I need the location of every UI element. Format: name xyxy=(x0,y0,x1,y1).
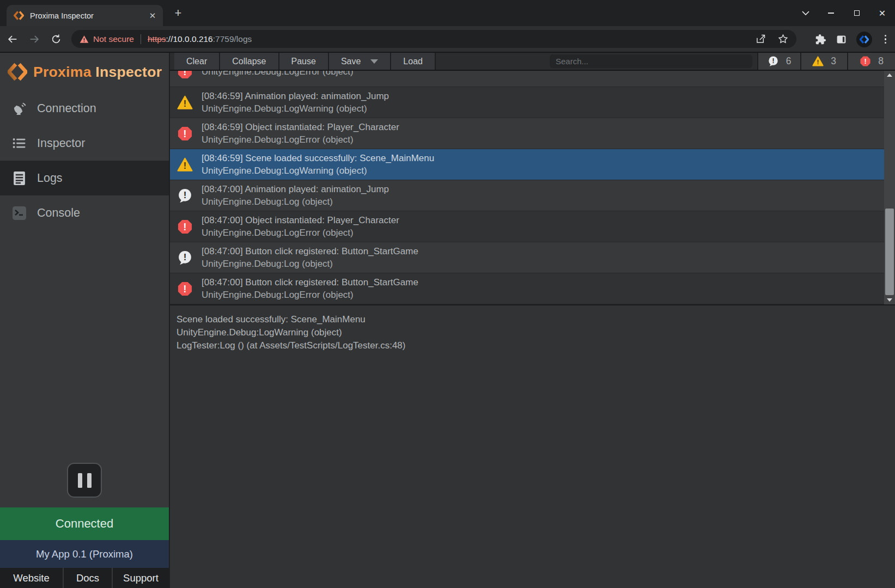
error-icon: ! xyxy=(860,56,871,67)
log-list: ! ! ! UnityEngine.Debug:LogError (object… xyxy=(170,71,895,304)
svg-text:!: ! xyxy=(184,161,186,170)
sidebar-item-connection[interactable]: Connection xyxy=(0,91,169,126)
logs-toolbar: Clear Collapse Pause Save Load ! 6 ! 3 !… xyxy=(170,53,895,71)
browser-menu-icon[interactable] xyxy=(881,35,890,44)
warning-icon: ! xyxy=(177,95,193,111)
back-button[interactable] xyxy=(3,30,22,48)
profile-avatar[interactable] xyxy=(856,32,872,47)
error-count-filter[interactable]: ! 8 xyxy=(847,53,895,70)
bookmark-star-icon[interactable] xyxy=(777,33,789,45)
document-icon xyxy=(11,171,27,186)
log-message: [08:46:59] Object instantiated: Player_C… xyxy=(202,121,399,133)
svg-text:!: ! xyxy=(184,252,187,262)
svg-text:!: ! xyxy=(184,128,187,139)
sidebar: Proxima Inspector Connection Inspector L… xyxy=(0,53,169,588)
window-close-button[interactable]: ✕ xyxy=(869,0,895,26)
app-info-banner: My App 0.1 (Proxima) xyxy=(0,540,169,568)
info-icon: ! xyxy=(768,56,779,67)
logs-panel: Clear Collapse Pause Save Load ! 6 ! 3 !… xyxy=(169,53,895,588)
proxima-logo-icon xyxy=(8,62,27,82)
log-entry[interactable]: ! ! ! [08:47:00] Button click registered… xyxy=(170,242,884,273)
log-entry[interactable]: ! ! ! [08:47:00] Button click registered… xyxy=(170,273,884,304)
sidebar-item-label: Logs xyxy=(37,171,63,185)
side-panel-icon[interactable] xyxy=(836,34,847,45)
svg-text:!: ! xyxy=(184,99,186,108)
sidebar-item-console[interactable]: Console xyxy=(0,195,169,230)
warning-count: 3 xyxy=(831,56,836,67)
detail-line: UnityEngine.Debug:LogWarning (object) xyxy=(176,326,886,339)
pause-button[interactable]: Pause xyxy=(279,53,329,70)
new-tab-button[interactable]: + xyxy=(170,6,186,21)
footer-link-website[interactable]: Website xyxy=(0,568,64,588)
terminal-icon xyxy=(11,206,27,220)
log-entry[interactable]: ! ! ! [08:47:00] Animation played: anima… xyxy=(170,180,884,211)
svg-text:!: ! xyxy=(184,71,187,77)
browser-tab-strip: Proxima Inspector ✕ + ✕ xyxy=(0,0,895,26)
extensions-puzzle-icon[interactable] xyxy=(815,34,826,45)
pause-stream-button[interactable] xyxy=(67,463,102,498)
info-count: 6 xyxy=(786,56,792,67)
log-scrollbar[interactable] xyxy=(884,71,895,304)
tab-title: Proxima Inspector xyxy=(30,11,148,20)
log-message: [08:47:00] Object instantiated: Player_C… xyxy=(202,214,399,226)
info-count-filter[interactable]: ! 6 xyxy=(757,53,800,70)
footer-link-docs[interactable]: Docs xyxy=(64,568,113,588)
log-message: [08:47:00] Animation played: animation_J… xyxy=(202,183,389,195)
log-source: UnityEngine.Debug:LogError (object) xyxy=(202,133,399,146)
svg-text:!: ! xyxy=(817,58,819,66)
app-title: Proxima Inspector xyxy=(33,64,162,81)
sidebar-menu: Connection Inspector Logs Console xyxy=(0,91,169,230)
log-message: [08:46:59] Scene loaded successfully: Sc… xyxy=(202,152,434,164)
load-button[interactable]: Load xyxy=(391,53,436,70)
svg-text:!: ! xyxy=(864,58,867,65)
info-icon: ! xyxy=(177,188,193,204)
warning-icon: ! xyxy=(177,157,193,173)
sidebar-item-logs[interactable]: Logs xyxy=(0,161,169,195)
window-maximize-button[interactable] xyxy=(844,0,869,26)
log-source: UnityEngine.Debug:LogError (object) xyxy=(202,71,354,78)
url-text: https://10.0.0.216:7759/logs xyxy=(148,34,750,44)
log-entry[interactable]: ! ! ! UnityEngine.Debug:LogError (object… xyxy=(170,71,884,87)
log-source: UnityEngine.Debug:LogError (object) xyxy=(202,226,399,239)
sidebar-footer: Website Docs Support xyxy=(0,568,169,588)
brand: Proxima Inspector xyxy=(0,53,169,84)
detail-line: LogTester:Log () (at Assets/TestScripts/… xyxy=(176,339,886,352)
svg-text:!: ! xyxy=(184,283,187,294)
footer-link-support[interactable]: Support xyxy=(113,568,169,588)
window-minimize-button[interactable] xyxy=(818,0,844,26)
not-secure-label: Not secure xyxy=(93,34,134,44)
log-entry[interactable]: ! ! ! [08:46:59] Scene loaded successful… xyxy=(170,149,884,180)
scrollbar-thumb[interactable] xyxy=(885,209,894,295)
forward-button[interactable] xyxy=(25,30,44,48)
detail-line: Scene loaded successfully: Scene_MainMen… xyxy=(176,313,886,326)
clear-button[interactable]: Clear xyxy=(174,53,220,70)
svg-text:!: ! xyxy=(184,221,187,232)
sidebar-item-label: Console xyxy=(37,206,80,220)
log-entry[interactable]: ! ! ! [08:46:59] Object instantiated: Pl… xyxy=(170,118,884,149)
error-icon: ! xyxy=(177,71,193,79)
log-entry[interactable]: ! ! ! [08:46:59] Animation played: anima… xyxy=(170,87,884,118)
scroll-up-icon[interactable] xyxy=(884,71,895,79)
log-source: UnityEngine.Debug:Log (object) xyxy=(202,195,389,208)
save-dropdown-icon[interactable] xyxy=(370,59,378,64)
log-message: [08:46:59] Animation played: animation_J… xyxy=(202,90,389,102)
error-count: 8 xyxy=(878,56,884,67)
warning-count-filter[interactable]: ! 3 xyxy=(800,53,847,70)
save-button[interactable]: Save xyxy=(329,53,391,70)
collapse-button[interactable]: Collapse xyxy=(220,53,279,70)
error-icon: ! xyxy=(177,281,193,297)
connection-status-banner: Connected xyxy=(0,507,169,540)
not-secure-warning-icon xyxy=(80,35,89,44)
reload-button[interactable] xyxy=(47,30,65,48)
share-icon[interactable] xyxy=(755,33,766,45)
tab-close-icon[interactable]: ✕ xyxy=(148,11,157,21)
address-bar[interactable]: Not secure https://10.0.0.216:7759/logs xyxy=(71,30,796,48)
browser-tab[interactable]: Proxima Inspector ✕ xyxy=(7,5,163,26)
tab-search-chevron-icon[interactable] xyxy=(793,0,818,26)
log-entry[interactable]: ! ! ! [08:47:00] Object instantiated: Pl… xyxy=(170,211,884,242)
scroll-down-icon[interactable] xyxy=(884,296,895,304)
sidebar-item-inspector[interactable]: Inspector xyxy=(0,126,169,161)
error-icon: ! xyxy=(177,126,193,142)
svg-text:!: ! xyxy=(184,190,187,200)
search-input[interactable] xyxy=(550,54,752,68)
